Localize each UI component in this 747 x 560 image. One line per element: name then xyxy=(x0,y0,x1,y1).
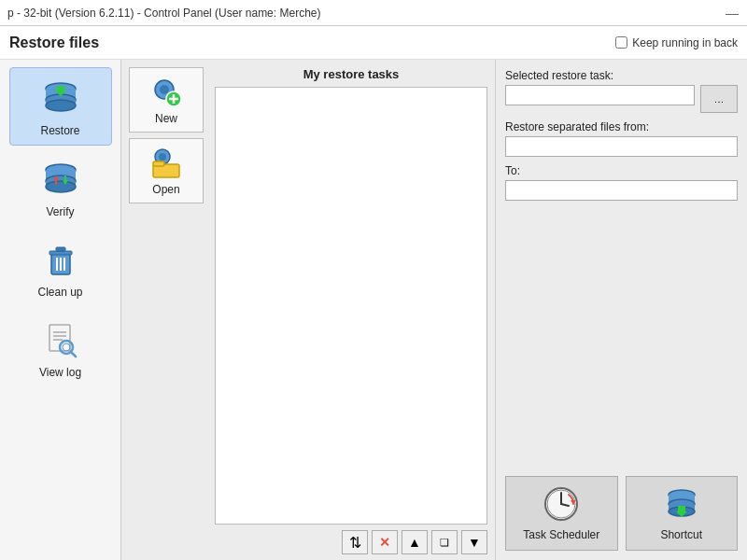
task-list-title: My restore tasks xyxy=(215,67,487,81)
sort-button[interactable]: ⇅ xyxy=(342,530,368,554)
copy-button[interactable]: ❏ xyxy=(431,530,458,554)
task-list[interactable] xyxy=(215,87,487,525)
keep-running-checkbox[interactable] xyxy=(615,36,627,49)
bottom-toolbar: ⇅ ✕ ▲ ❏ ▼ xyxy=(121,525,495,560)
move-up-button[interactable]: ▲ xyxy=(402,530,428,554)
sidebar-item-verify[interactable]: Verify xyxy=(9,149,112,226)
sidebar-item-restore[interactable]: Restore xyxy=(9,67,112,146)
shortcut-label: Shortcut xyxy=(660,528,702,541)
svg-line-25 xyxy=(71,352,76,357)
to-section: To: xyxy=(505,164,738,201)
restore-from-section: Restore separated files from: xyxy=(505,120,738,157)
verify-icon xyxy=(38,157,83,202)
selected-task-section: Selected restore task: … xyxy=(505,69,738,113)
svg-point-27 xyxy=(160,85,169,94)
action-buttons: Task Scheduler Shortcut xyxy=(505,476,738,551)
selected-task-row: … xyxy=(505,85,738,113)
svg-rect-14 xyxy=(49,251,72,255)
open-button[interactable]: Open xyxy=(129,138,204,203)
new-button-label: New xyxy=(155,112,177,125)
restore-from-label: Restore separated files from: xyxy=(505,120,738,133)
new-icon xyxy=(149,75,183,108)
center-top: New Open My restore tasks xyxy=(121,60,495,525)
task-scheduler-label: Task Scheduler xyxy=(523,528,599,541)
sidebar-restore-label: Restore xyxy=(40,124,79,137)
keep-running-row: Keep running in back xyxy=(615,36,738,49)
task-list-container: My restore tasks xyxy=(215,60,495,525)
svg-point-4 xyxy=(46,100,76,111)
task-scheduler-button[interactable]: Task Scheduler xyxy=(505,476,618,551)
selected-task-label: Selected restore task: xyxy=(505,69,738,82)
sidebar-item-cleanup[interactable]: Clean up xyxy=(9,230,112,306)
task-scheduler-icon xyxy=(543,485,580,523)
sidebar: Restore Verify xyxy=(0,60,121,560)
sidebar-verify-label: Verify xyxy=(46,205,74,218)
restore-icon xyxy=(38,76,83,120)
to-label: To: xyxy=(505,164,738,177)
restore-from-input[interactable] xyxy=(505,136,738,157)
svg-rect-15 xyxy=(56,247,65,251)
title-bar-text: p - 32-bit (Version 6.2.11) - Control Pa… xyxy=(7,7,320,20)
move-down-button[interactable]: ▼ xyxy=(461,530,487,554)
page-title: Restore files xyxy=(9,35,99,51)
task-buttons-panel: New Open xyxy=(121,60,215,525)
title-bar: p - 32-bit (Version 6.2.11) - Control Pa… xyxy=(0,0,747,26)
svg-rect-34 xyxy=(153,161,164,166)
header: Restore files Keep running in back xyxy=(0,26,747,60)
main-container: Restore Verify xyxy=(0,60,747,560)
right-panel: Selected restore task: … Restore separat… xyxy=(495,60,747,560)
sidebar-item-viewlog[interactable]: View log xyxy=(9,310,112,386)
open-button-label: Open xyxy=(152,183,179,196)
delete-button[interactable]: ✕ xyxy=(372,530,398,554)
keep-running-label: Keep running in back xyxy=(632,36,738,49)
selected-task-input-wrap xyxy=(505,85,695,105)
svg-point-32 xyxy=(159,153,166,161)
to-input[interactable] xyxy=(505,180,738,201)
center-area: New Open My restore tasks xyxy=(121,60,495,560)
selected-task-input[interactable] xyxy=(505,85,695,105)
sidebar-cleanup-label: Clean up xyxy=(37,286,82,299)
minimize-button[interactable]: — xyxy=(725,6,740,21)
svg-point-10 xyxy=(46,181,76,192)
viewlog-icon xyxy=(38,317,83,362)
shortcut-button[interactable]: Shortcut xyxy=(626,476,739,551)
sidebar-viewlog-label: View log xyxy=(39,366,81,379)
cleanup-icon xyxy=(38,237,83,282)
new-button[interactable]: New xyxy=(129,67,204,133)
open-icon xyxy=(149,146,183,179)
browse-button[interactable]: … xyxy=(700,85,738,113)
shortcut-icon xyxy=(663,485,700,523)
